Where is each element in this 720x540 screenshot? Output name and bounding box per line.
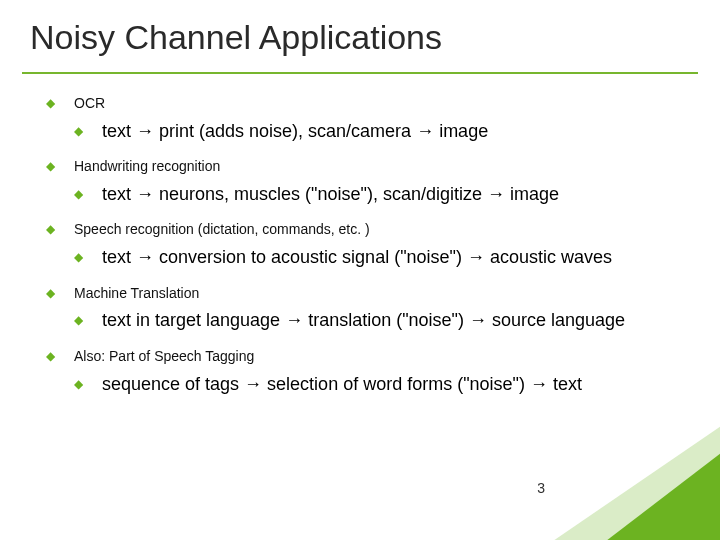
- bullet-level2: sequence of tags → selection of word for…: [74, 372, 696, 396]
- corner-triangle-main: [606, 453, 720, 540]
- bullet-level2: text in target language → translation ("…: [74, 308, 696, 332]
- slide-title: Noisy Channel Applications: [30, 18, 442, 57]
- bullet-level2: text → neurons, muscles ("noise"), scan/…: [74, 182, 696, 206]
- bullet-level2: text → print (adds noise), scan/camera →…: [74, 119, 696, 143]
- slide: Noisy Channel Applications OCR text → pr…: [0, 0, 720, 540]
- bullet-level1: OCR: [46, 94, 696, 113]
- slide-body: OCR text → print (adds noise), scan/came…: [46, 94, 696, 410]
- page-number: 3: [537, 480, 545, 496]
- bullet-level1: Speech recognition (dictation, commands,…: [46, 220, 696, 239]
- bullet-level2: text → conversion to acoustic signal ("n…: [74, 245, 696, 269]
- bullet-level1: Also: Part of Speech Tagging: [46, 347, 696, 366]
- title-underline: [22, 72, 698, 74]
- bullet-level1: Machine Translation: [46, 284, 696, 303]
- bullet-level1: Handwriting recognition: [46, 157, 696, 176]
